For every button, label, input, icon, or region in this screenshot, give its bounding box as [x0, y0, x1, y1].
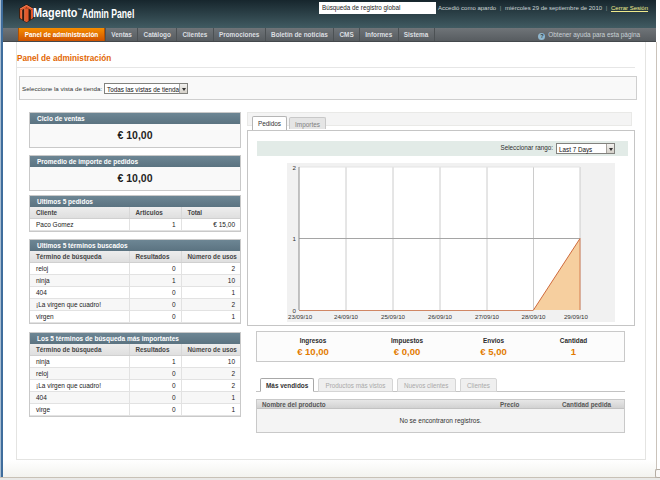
- svg-text:27/09/10: 27/09/10: [475, 313, 500, 320]
- svg-text:23/09/10: 23/09/10: [288, 313, 313, 320]
- svg-text:1: 1: [293, 235, 297, 242]
- svg-text:25/09/10: 25/09/10: [381, 313, 406, 320]
- svg-text:28/09/10: 28/09/10: [521, 313, 546, 320]
- svg-text:29/09/10: 29/09/10: [564, 313, 589, 320]
- svg-text:2: 2: [293, 164, 297, 171]
- svg-text:26/09/10: 26/09/10: [428, 313, 453, 320]
- svg-text:24/09/10: 24/09/10: [334, 313, 359, 320]
